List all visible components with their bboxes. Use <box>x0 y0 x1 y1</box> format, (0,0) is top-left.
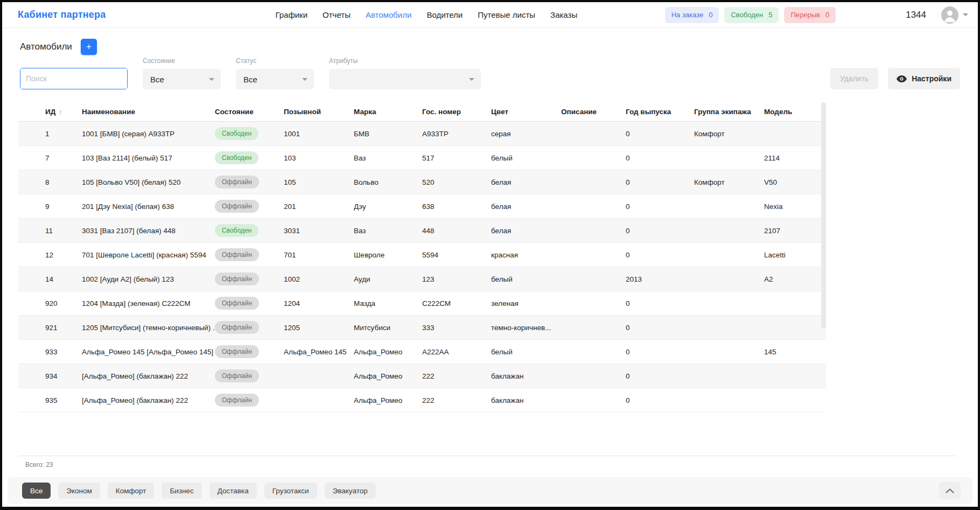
search-input[interactable] <box>20 68 128 89</box>
nav-item-0[interactable]: Графики <box>275 10 307 19</box>
table-row[interactable]: 934[Альфа_Ромео] (баклажан) 222ОффлайнАл… <box>18 364 826 388</box>
nav-item-5[interactable]: Заказы <box>550 10 577 19</box>
cell-color: белая <box>491 202 561 211</box>
column-header-0[interactable]: ИД↑ <box>18 108 82 116</box>
cell-name: 3031 [Ваз 2107] (белая) 448 <box>82 227 215 235</box>
cell-callsign: 103 <box>284 154 354 162</box>
cell-status: Оффлайн <box>215 369 284 382</box>
column-header-10[interactable]: Модель <box>764 108 826 116</box>
cell-brand: Альфа_Ромео <box>354 396 422 404</box>
filter-1: СтатусВсе <box>236 57 314 89</box>
main-nav: ГрафикиОтчетыАвтомобилиВодителиПутевые л… <box>275 10 577 19</box>
collapse-button[interactable] <box>939 482 961 499</box>
cell-year: 0 <box>626 251 694 259</box>
status-badge-0: На заказе0 <box>665 7 719 23</box>
table-row[interactable]: 9201204 [Мазда] (зеленая) С222СМОффлайн1… <box>18 291 826 316</box>
column-header-7[interactable]: Описание <box>561 108 626 116</box>
filter-select[interactable] <box>329 69 481 89</box>
cell-status: Свободен <box>215 224 284 237</box>
cell-plate: 448 <box>422 227 491 235</box>
column-header-8[interactable]: Год выпуска <box>626 108 694 116</box>
cell-brand: БМВ <box>354 130 422 138</box>
table-row[interactable]: 8105 [Вольво V50] (белая) 520Оффлайн105В… <box>18 170 826 194</box>
header-right: На заказе0Свободен5Перерыв0 1344 <box>665 6 968 24</box>
filter-select[interactable]: Все <box>143 69 221 89</box>
scrollbar-thumb[interactable] <box>821 102 826 329</box>
cell-model: 2114 <box>764 154 826 162</box>
table-row[interactable]: 12701 [Шевроле Lacetti] (красная) 5594Оф… <box>18 243 826 267</box>
cell-status: Оффлайн <box>215 273 284 285</box>
table-row[interactable]: 11001 [БМВ] (серая) А933ТРСвободен1001БМ… <box>18 122 826 146</box>
column-header-3[interactable]: Позывной <box>284 108 354 116</box>
cell-year: 0 <box>626 130 694 138</box>
table-footer: Всего: 23 <box>18 456 956 475</box>
delete-button[interactable]: Удалить <box>830 68 878 89</box>
vehicle-status-pill: Оффлайн <box>215 345 259 358</box>
cell-model: V50 <box>764 178 826 186</box>
category-chip-2[interactable]: Комфорт <box>108 483 155 499</box>
filter-select[interactable]: Все <box>236 69 314 89</box>
table-row[interactable]: 7103 [Ваз 2114] (белый) 517Свободен103Ва… <box>18 146 826 170</box>
nav-item-3[interactable]: Водители <box>426 10 463 19</box>
page-title: Автомобили <box>20 41 72 52</box>
cell-color: зеленая <box>491 299 561 308</box>
cell-name: 105 [Вольво V50] (белая) 520 <box>82 178 215 186</box>
status-badge-2: Перерыв0 <box>784 7 836 23</box>
column-header-1[interactable]: Наименование <box>82 108 215 116</box>
vehicle-status-pill: Оффлайн <box>215 321 259 334</box>
cell-brand: Вольво <box>354 178 422 186</box>
cell-name: 1205 [Митсубиси] (темно-коричневый) ... <box>82 324 215 332</box>
cell-id: 8 <box>18 178 82 186</box>
cell-color: баклажан <box>491 396 561 404</box>
table-row[interactable]: 933Альфа_Ромео 145 [Альфа_Ромео 145] (..… <box>18 340 826 364</box>
category-chip-1[interactable]: Эконом <box>58 483 100 499</box>
vehicle-status-pill: Оффлайн <box>215 297 259 310</box>
table-row[interactable]: 9211205 [Митсубиси] (темно-коричневый) .… <box>18 316 826 340</box>
category-chip-4[interactable]: Доставка <box>209 483 257 499</box>
table-row[interactable]: 9201 [Дэу Nexia] (белая) 638Оффлайн201Дэ… <box>18 194 826 219</box>
cell-year: 0 <box>626 178 694 186</box>
cell-id: 11 <box>18 227 82 235</box>
cell-plate: 638 <box>422 202 491 211</box>
category-chip-6[interactable]: Эвакуатор <box>325 483 376 499</box>
cell-color: белый <box>491 275 561 283</box>
table-scrollbar[interactable] <box>821 102 826 329</box>
cell-callsign: 1001 <box>284 130 354 138</box>
cell-name: 1204 [Мазда] (зеленая) С222СМ <box>82 299 215 308</box>
cell-brand: Альфа_Ромео <box>354 372 422 380</box>
table-row[interactable]: 141002 [Ауди A2] (белый) 123Оффлайн1002А… <box>18 267 826 291</box>
column-header-5[interactable]: Гос. номер <box>422 108 491 116</box>
table-row[interactable]: 935[Альфа_Ромео] (баклажан) 222ОффлайнАл… <box>18 388 826 413</box>
cell-callsign: Альфа_Ромео 145 <box>284 348 354 356</box>
vehicle-status-pill: Оффлайн <box>215 176 259 188</box>
cell-model: 2107 <box>764 227 826 235</box>
cell-callsign: 105 <box>284 178 354 186</box>
cell-brand: Ваз <box>354 227 422 235</box>
category-chip-3[interactable]: Бизнес <box>162 483 201 499</box>
page-title-row: Автомобили + <box>20 39 978 55</box>
settings-button[interactable]: Настройки <box>888 68 960 89</box>
add-vehicle-button[interactable]: + <box>81 39 97 55</box>
column-header-9[interactable]: Группа экипажа <box>694 108 764 116</box>
nav-item-1[interactable]: Отчеты <box>323 10 351 19</box>
brand-title[interactable]: Кабинет партнера <box>18 9 106 20</box>
cell-id: 7 <box>18 154 82 162</box>
column-header-2[interactable]: Состояние <box>215 108 284 116</box>
cell-year: 0 <box>626 396 694 404</box>
user-menu[interactable] <box>941 6 968 24</box>
nav-item-2[interactable]: Автомобили <box>366 10 411 19</box>
cell-color: серая <box>491 130 561 138</box>
app-window: Кабинет партнера ГрафикиОтчетыАвтомобили… <box>0 0 980 510</box>
category-chip-5[interactable]: Грузотакси <box>264 483 317 499</box>
nav-item-4[interactable]: Путевые листы <box>478 10 535 19</box>
chevron-up-icon <box>946 488 954 493</box>
vehicle-status-pill: Свободен <box>215 224 258 237</box>
cell-model: A2 <box>764 275 826 283</box>
vehicle-status-pill: Оффлайн <box>215 369 259 382</box>
table-row[interactable]: 113031 [Ваз 2107] (белая) 448Свободен303… <box>18 219 826 243</box>
column-header-6[interactable]: Цвет <box>491 108 561 116</box>
category-chip-0[interactable]: Все <box>22 483 51 499</box>
cell-callsign: 1002 <box>284 275 354 283</box>
cell-name: 1002 [Ауди A2] (белый) 123 <box>82 275 215 283</box>
column-header-4[interactable]: Марка <box>354 108 422 116</box>
